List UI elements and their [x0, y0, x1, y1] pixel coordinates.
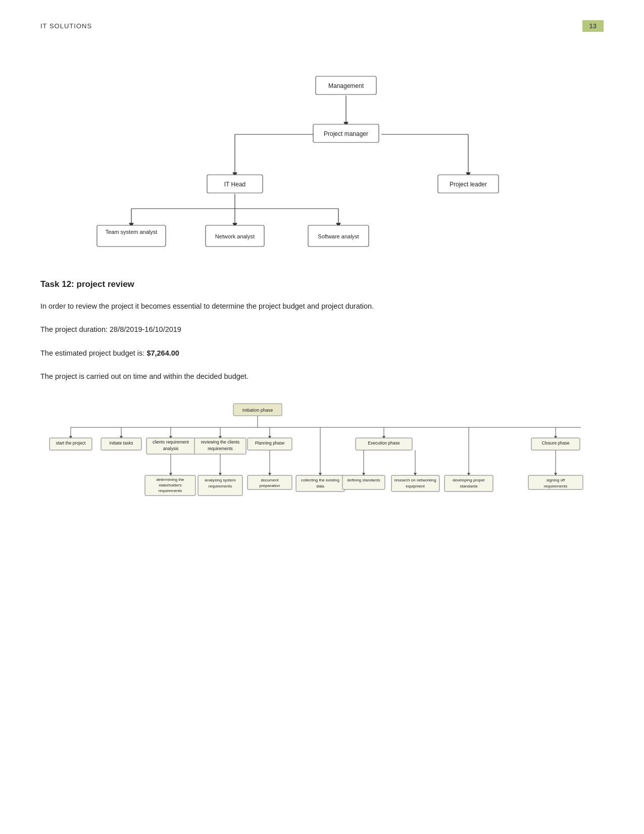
page-number: 13 — [582, 20, 604, 32]
svg-text:collecting the existing: collecting the existing — [301, 478, 339, 482]
svg-text:Management: Management — [328, 82, 364, 89]
duration-label: The project duration: — [40, 325, 110, 333]
budget-value: $7,264.00 — [146, 349, 179, 357]
svg-text:Project manager: Project manager — [324, 130, 368, 137]
svg-text:clients requirement: clients requirement — [153, 439, 189, 445]
svg-text:Closure phase: Closure phase — [542, 440, 570, 446]
task-budget: The estimated project budget is: $7,264.… — [40, 346, 604, 361]
task-title: Task 12: project review — [40, 279, 604, 289]
svg-text:research on networking: research on networking — [394, 478, 436, 482]
svg-text:requirements: requirements — [208, 446, 233, 451]
svg-text:document: document — [261, 478, 279, 482]
task-section: Task 12: project review In order to revi… — [40, 279, 604, 384]
svg-text:equipment: equipment — [406, 484, 425, 488]
task-carried-out: The project is carried out on time and w… — [40, 369, 604, 384]
svg-text:determining the: determining the — [156, 477, 184, 482]
svg-text:Team system analyst: Team system analyst — [106, 229, 158, 235]
svg-text:developing proper: developing proper — [453, 478, 485, 482]
task-paragraph1: In order to review the project it become… — [40, 299, 604, 314]
task-body: In order to review the project it become… — [40, 299, 604, 384]
page-header: IT SOLUTIONS 13 — [40, 20, 604, 32]
svg-text:IT Head: IT Head — [224, 181, 245, 188]
phase-diagram: Initiation phase start the project initi… — [40, 400, 604, 541]
svg-text:preparation: preparation — [260, 483, 280, 488]
svg-text:Planning phase: Planning phase — [255, 440, 285, 446]
duration-value: 28/8/2019-16/10/2019 — [110, 325, 181, 333]
svg-text:defining standards: defining standards — [347, 478, 380, 482]
svg-text:reviewing the clients: reviewing the clients — [201, 439, 240, 445]
page: IT SOLUTIONS 13 — [0, 0, 644, 834]
svg-text:Execution phase: Execution phase — [368, 440, 400, 446]
svg-text:initiate tasks: initiate tasks — [110, 440, 133, 446]
phase-diagram-svg: Initiation phase start the project initi… — [40, 400, 604, 541]
header-title: IT SOLUTIONS — [40, 22, 92, 30]
org-chart: Management Project manager IT Head Proje… — [40, 47, 604, 259]
svg-text:Software analyst: Software analyst — [318, 233, 359, 239]
svg-text:Project leader: Project leader — [450, 181, 487, 188]
task-duration: The project duration: 28/8/2019-16/10/20… — [40, 322, 604, 337]
svg-text:stakeholders: stakeholders — [159, 483, 181, 487]
budget-label: The estimated project budget is: — [40, 349, 146, 357]
svg-text:requirements: requirements — [159, 488, 182, 493]
svg-text:data: data — [316, 484, 324, 488]
org-chart-svg: Management Project manager IT Head Proje… — [40, 47, 604, 259]
svg-text:analysis: analysis — [163, 446, 179, 451]
svg-text:start the project: start the project — [56, 440, 86, 446]
svg-text:standards: standards — [460, 484, 477, 488]
svg-text:analysing system: analysing system — [205, 478, 236, 482]
svg-text:signing off: signing off — [547, 478, 565, 482]
svg-text:requirements: requirements — [544, 484, 568, 488]
svg-text:Network analyst: Network analyst — [215, 233, 255, 239]
svg-text:requirements: requirements — [209, 484, 232, 488]
svg-text:Initiation phase: Initiation phase — [242, 408, 273, 413]
